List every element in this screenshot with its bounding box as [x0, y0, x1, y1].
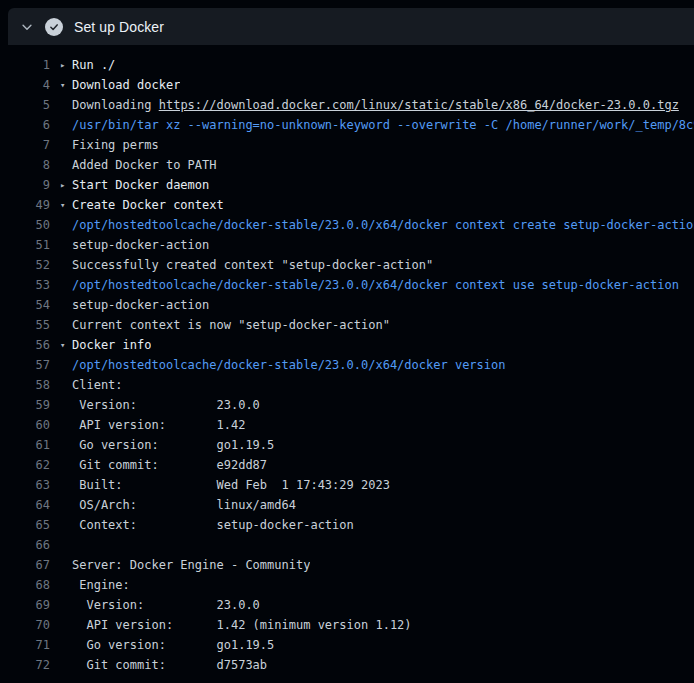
log-text: Context: setup-docker-action [50, 515, 354, 535]
log-line: 6/usr/bin/tar xz --warning=no-unknown-ke… [0, 115, 694, 135]
line-number[interactable]: 58 [0, 375, 50, 395]
log-line: 63 Built: Wed Feb 1 17:43:29 2023 [0, 475, 694, 495]
log-line: 64 OS/Arch: linux/amd64 [0, 495, 694, 515]
line-number[interactable]: 65 [0, 515, 50, 535]
log-line: 71 Go version: go1.19.5 [0, 635, 694, 655]
group-title: Create Docker context [72, 195, 224, 215]
line-number[interactable]: 61 [0, 435, 50, 455]
log-text: Go version: go1.19.5 [50, 435, 274, 455]
line-number[interactable]: 5 [0, 95, 50, 115]
log-line: 68 Engine: [0, 575, 694, 595]
log-line: 59 Version: 23.0.0 [0, 395, 694, 415]
log-line: 50/opt/hostedtoolcache/docker-stable/23.… [0, 215, 694, 235]
log-line: 4▾Download docker [0, 75, 694, 95]
group-title: Docker info [72, 335, 151, 355]
triangle-down-icon: ▾ [60, 75, 72, 95]
line-number[interactable]: 69 [0, 595, 50, 615]
line-number[interactable]: 60 [0, 415, 50, 435]
line-number[interactable]: 7 [0, 135, 50, 155]
line-number[interactable]: 59 [0, 395, 50, 415]
log-line: 54setup-docker-action [0, 295, 694, 315]
line-number[interactable]: 54 [0, 295, 50, 315]
log-line: 53/opt/hostedtoolcache/docker-stable/23.… [0, 275, 694, 295]
triangle-down-icon: ▾ [60, 195, 72, 215]
line-number[interactable]: 70 [0, 615, 50, 635]
log-text: OS/Arch: linux/amd64 [50, 495, 296, 515]
log-line: 66 [0, 535, 694, 555]
log-text: Git commit: e92dd87 [50, 455, 267, 475]
group-title: Download docker [72, 75, 180, 95]
log-line: 9▸Start Docker daemon [0, 175, 694, 195]
log-command-text: /usr/bin/tar xz --warning=no-unknown-key… [50, 115, 694, 135]
line-number[interactable]: 68 [0, 575, 50, 595]
log-text: Engine: [50, 575, 130, 595]
log-line: 7Fixing perms [0, 135, 694, 155]
line-number[interactable]: 71 [0, 635, 50, 655]
log-text: Version: 23.0.0 [50, 595, 260, 615]
log-line: 1▸Run ./ [0, 55, 694, 75]
group-title: Run ./ [72, 55, 115, 75]
log-command-text: /opt/hostedtoolcache/docker-stable/23.0.… [50, 355, 505, 375]
line-number[interactable]: 50 [0, 215, 50, 235]
log-text: Fixing perms [50, 135, 159, 155]
line-number[interactable]: 49 [0, 195, 50, 215]
log-text: Added Docker to PATH [50, 155, 217, 175]
step-header[interactable]: Set up Docker [8, 8, 694, 45]
line-number[interactable]: 6 [0, 115, 50, 135]
log-line: 58Client: [0, 375, 694, 395]
log-line: 60 API version: 1.42 [0, 415, 694, 435]
log-line: 8Added Docker to PATH [0, 155, 694, 175]
log-command-text: /opt/hostedtoolcache/docker-stable/23.0.… [50, 215, 694, 235]
line-number[interactable]: 62 [0, 455, 50, 475]
log-text: setup-docker-action [50, 295, 209, 315]
log-text: Successfully created context "setup-dock… [50, 255, 433, 275]
log-group-header[interactable]: ▸Start Docker daemon [50, 175, 209, 195]
log-line: 56▾Docker info [0, 335, 694, 355]
chevron-down-icon[interactable] [20, 20, 34, 34]
log-text: setup-docker-action [50, 235, 209, 255]
log-line: 51setup-docker-action [0, 235, 694, 255]
log-line: 61 Go version: go1.19.5 [0, 435, 694, 455]
log-line: 67Server: Docker Engine - Community [0, 555, 694, 575]
line-number[interactable]: 56 [0, 335, 50, 355]
line-number[interactable]: 66 [0, 535, 50, 555]
log-url-link[interactable]: https://download.docker.com/linux/static… [159, 98, 679, 112]
log-text: Downloading https://download.docker.com/… [50, 95, 679, 115]
log-line: 5Downloading https://download.docker.com… [0, 95, 694, 115]
log-text: API version: 1.42 (minimum version 1.12) [50, 615, 412, 635]
line-number[interactable]: 57 [0, 355, 50, 375]
line-number[interactable]: 51 [0, 235, 50, 255]
log-line: 49▾Create Docker context [0, 195, 694, 215]
log-group-header[interactable]: ▾Download docker [50, 75, 180, 95]
line-number[interactable]: 67 [0, 555, 50, 575]
line-number[interactable]: 52 [0, 255, 50, 275]
log-group-header[interactable]: ▾Create Docker context [50, 195, 224, 215]
log-text: API version: 1.42 [50, 415, 245, 435]
log-text: Server: Docker Engine - Community [50, 555, 310, 575]
line-number[interactable]: 4 [0, 75, 50, 95]
line-number[interactable]: 1 [0, 55, 50, 75]
log-line: 65 Context: setup-docker-action [0, 515, 694, 535]
log-line: 72 Git commit: d7573ab [0, 655, 694, 675]
line-number[interactable]: 55 [0, 315, 50, 335]
log-text: Built: Wed Feb 1 17:43:29 2023 [50, 475, 390, 495]
line-number[interactable]: 63 [0, 475, 50, 495]
log-text: Downloading [72, 98, 159, 112]
line-number[interactable]: 9 [0, 175, 50, 195]
log-text: Version: 23.0.0 [50, 395, 260, 415]
triangle-right-icon: ▸ [60, 55, 72, 75]
log-group-header[interactable]: ▸Run ./ [50, 55, 115, 75]
check-circle-icon [45, 18, 63, 36]
log-line: 70 API version: 1.42 (minimum version 1.… [0, 615, 694, 635]
group-title: Start Docker daemon [72, 175, 209, 195]
log-text: Go version: go1.19.5 [50, 635, 274, 655]
log-group-header[interactable]: ▾Docker info [50, 335, 151, 355]
line-number[interactable]: 72 [0, 655, 50, 675]
log-text: Client: [50, 375, 123, 395]
line-number[interactable]: 53 [0, 275, 50, 295]
log-line: 55Current context is now "setup-docker-a… [0, 315, 694, 335]
line-number[interactable]: 8 [0, 155, 50, 175]
line-number[interactable]: 64 [0, 495, 50, 515]
log-viewer: 1▸Run ./4▾Download docker5Downloading ht… [0, 45, 694, 675]
triangle-down-icon: ▾ [60, 335, 72, 355]
